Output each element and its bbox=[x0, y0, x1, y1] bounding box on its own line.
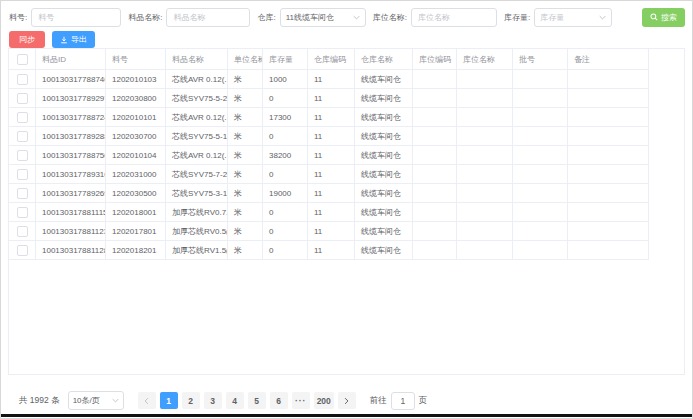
row-checkbox[interactable] bbox=[17, 74, 28, 85]
table-cell bbox=[457, 70, 513, 89]
table-cell: 芯线SYV75-5-2 bbox=[166, 89, 228, 108]
table-cell: 1202030500 bbox=[106, 184, 166, 203]
row-checkbox-cell bbox=[9, 222, 36, 241]
table-cell bbox=[457, 165, 513, 184]
column-header-7: 仓库名称 bbox=[355, 49, 413, 70]
column-header-11: 备注 bbox=[568, 49, 649, 70]
prev-page-button[interactable] bbox=[138, 392, 156, 409]
toolbar: 同步 导出 bbox=[9, 31, 95, 48]
table-cell: 11 bbox=[308, 146, 355, 165]
table-cell bbox=[457, 222, 513, 241]
table-cell: 芯线AVR 0.12(... bbox=[166, 108, 228, 127]
table-cell: 0 bbox=[263, 127, 308, 146]
column-header-2: 料号 bbox=[106, 49, 166, 70]
table-cell: 1001303178811152 bbox=[36, 203, 106, 222]
table-cell: 芯线SYV75-3-1 bbox=[166, 184, 228, 203]
location-name-label: 库位名称: bbox=[373, 12, 407, 23]
next-page-button[interactable] bbox=[338, 392, 356, 409]
stock-qty-select[interactable]: 库存量 bbox=[534, 8, 612, 27]
pager: 123456···200 bbox=[138, 392, 356, 409]
item-name-input[interactable] bbox=[166, 8, 250, 27]
page-button-6[interactable]: 6 bbox=[270, 392, 288, 409]
table-cell: 芯线SYV75-7-2 bbox=[166, 165, 228, 184]
page-button-5[interactable]: 5 bbox=[248, 392, 266, 409]
filter-group-location-name: 库位名称: bbox=[373, 8, 497, 27]
table-cell bbox=[568, 203, 649, 222]
table-cell bbox=[457, 184, 513, 203]
table-cell: 1001303177887248 bbox=[36, 108, 106, 127]
table-cell bbox=[413, 108, 457, 127]
row-checkbox-cell bbox=[9, 165, 36, 184]
download-icon bbox=[60, 36, 68, 44]
row-checkbox[interactable] bbox=[17, 150, 28, 161]
table-panel: 料品ID料号料品名称单位名称库存量仓库编码仓库名称库位编码库位名称批号备注 10… bbox=[8, 48, 685, 375]
row-checkbox[interactable] bbox=[17, 93, 28, 104]
table-cell: 米 bbox=[228, 89, 263, 108]
table-cell: 11 bbox=[308, 127, 355, 146]
table-cell: 线缆车间仓 bbox=[355, 184, 413, 203]
column-header-10: 批号 bbox=[513, 49, 568, 70]
pagination-bar: 共 1992 条 10条/页 123456···200 前往 页 bbox=[9, 391, 684, 410]
table-cell: 芯线AVR 0.12(... bbox=[166, 146, 228, 165]
table-cell bbox=[413, 203, 457, 222]
page-button-200[interactable]: 200 bbox=[314, 392, 334, 409]
chevron-down-icon bbox=[112, 398, 119, 403]
table-cell: 芯线SYV75-5-1 bbox=[166, 127, 228, 146]
page-button-2[interactable]: 2 bbox=[182, 392, 200, 409]
table-cell bbox=[413, 89, 457, 108]
filter-group-stock-qty: 库存量: 库存量 bbox=[504, 8, 612, 27]
pager-ellipsis[interactable]: ··· bbox=[292, 392, 310, 409]
row-checkbox-cell bbox=[9, 184, 36, 203]
table-cell: 1001303177887467 bbox=[36, 70, 106, 89]
table-row: 10013031778874671202010103芯线AVR 0.12(...… bbox=[9, 70, 649, 89]
table-cell: 1202018001 bbox=[106, 203, 166, 222]
table-cell: 11 bbox=[308, 241, 355, 260]
row-checkbox[interactable] bbox=[17, 226, 28, 237]
material-no-input[interactable] bbox=[31, 8, 121, 27]
table-cell: 线缆车间仓 bbox=[355, 127, 413, 146]
table-cell: 米 bbox=[228, 108, 263, 127]
table-cell: 米 bbox=[228, 222, 263, 241]
table-cell bbox=[568, 108, 649, 127]
row-checkbox[interactable] bbox=[17, 188, 28, 199]
row-checkbox[interactable] bbox=[17, 169, 28, 180]
page-size-select[interactable]: 10条/页 bbox=[68, 391, 124, 410]
table-row: 10013031778931661202031000芯线SYV75-7-2米01… bbox=[9, 165, 649, 184]
table-cell: 线缆车间仓 bbox=[355, 165, 413, 184]
page-button-1[interactable]: 1 bbox=[160, 392, 178, 409]
filter-bar: 料号: 料品名称: 仓库: 11线缆车间仓 库位名称: 库存量: 库存量 bbox=[9, 7, 685, 27]
table-cell bbox=[513, 203, 568, 222]
table-cell: 1000 bbox=[263, 70, 308, 89]
table-cell: 1202010101 bbox=[106, 108, 166, 127]
row-checkbox[interactable] bbox=[17, 245, 28, 256]
row-checkbox-cell bbox=[9, 146, 36, 165]
table-cell: 线缆车间仓 bbox=[355, 203, 413, 222]
page-button-3[interactable]: 3 bbox=[204, 392, 222, 409]
row-checkbox[interactable] bbox=[17, 131, 28, 142]
table-cell: 11 bbox=[308, 222, 355, 241]
table-cell bbox=[568, 89, 649, 108]
table-header-row: 料品ID料号料品名称单位名称库存量仓库编码仓库名称库位编码库位名称批号备注 bbox=[9, 49, 649, 70]
table-cell bbox=[457, 127, 513, 146]
row-checkbox[interactable] bbox=[17, 207, 28, 218]
table-cell bbox=[568, 165, 649, 184]
search-button[interactable]: 搜索 bbox=[642, 8, 685, 27]
page-button-4[interactable]: 4 bbox=[226, 392, 244, 409]
row-checkbox[interactable] bbox=[17, 112, 28, 123]
table-cell bbox=[513, 241, 568, 260]
table-row: 10013031788112351202017801加厚芯线RV0.5(...米… bbox=[9, 222, 649, 241]
goto-page-input[interactable] bbox=[391, 392, 415, 410]
location-name-input[interactable] bbox=[411, 8, 497, 27]
table-cell bbox=[568, 70, 649, 89]
sync-button[interactable]: 同步 bbox=[9, 31, 45, 48]
select-all-checkbox[interactable] bbox=[17, 54, 28, 65]
table-cell: 1202010104 bbox=[106, 146, 166, 165]
warehouse-select[interactable]: 11线缆车间仓 bbox=[280, 8, 366, 27]
table-cell: 0 bbox=[263, 89, 308, 108]
filter-group-warehouse: 仓库: 11线缆车间仓 bbox=[257, 8, 365, 27]
chevron-left-icon bbox=[144, 397, 149, 405]
column-header-5: 库存量 bbox=[263, 49, 308, 70]
export-button[interactable]: 导出 bbox=[52, 31, 95, 48]
table-cell: 线缆车间仓 bbox=[355, 222, 413, 241]
search-button-label: 搜索 bbox=[661, 12, 677, 23]
